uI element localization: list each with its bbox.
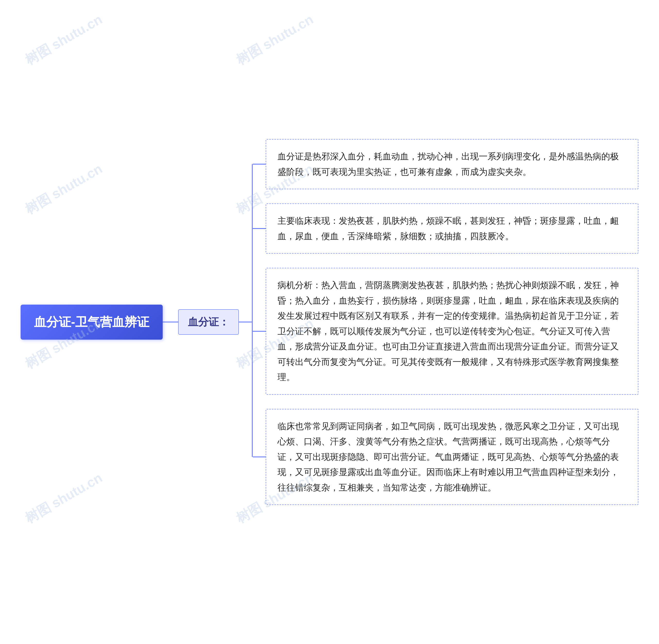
branches-and-boxes: 血分证是热邪深入血分，耗血动血，扰动心神，出现一系列病理变化，是外感温热病的极盛… (253, 139, 638, 505)
main-to-sub-connector (163, 322, 178, 322)
content-box-3: 病机分析：热入营血，营阴蒸腾测发热夜甚，肌肤灼热；热扰心神则烦躁不眠，发狂，神昏… (266, 268, 638, 395)
right-tree: 血分证是热邪深入血分，耗血动血，扰动心神，出现一系列病理变化，是外感温热病的极盛… (252, 139, 638, 505)
branch-row-3: 病机分析：热入营血，营阴蒸腾测发热夜甚，肌肤灼热；热扰心神则烦躁不眠，发狂，神昏… (253, 268, 638, 395)
content-box-2: 主要临床表现：发热夜甚，肌肤灼热，烦躁不眠，甚则发狂，神昏；斑疹显露，吐血，衄血… (266, 203, 638, 254)
main-title-text: 血分证-卫气营血辨证 (34, 315, 149, 329)
sub-title-box: 血分证： (178, 309, 239, 335)
branch-hline-1 (253, 164, 266, 164)
content-text-2: 主要临床表现：发热夜甚，肌肤灼热，烦躁不眠，甚则发狂，神昏；斑疹显露，吐血，衄血… (278, 216, 619, 241)
branch-row-1: 血分证是热邪深入血分，耗血动血，扰动心神，出现一系列病理变化，是外感温热病的极盛… (253, 139, 638, 189)
content-text-1: 血分证是热邪深入血分，耗血动血，扰动心神，出现一系列病理变化，是外感温热病的极盛… (278, 152, 619, 177)
branch-hline-3 (253, 331, 266, 332)
watermark-2: 树图 shutu.cn (233, 10, 316, 69)
content-text-4: 临床也常常见到两证同病者，如卫气同病，既可出现发热，微恶风寒之卫分证，又可出现心… (278, 421, 619, 492)
content-box-4: 临床也常常见到两证同病者，如卫气同病，既可出现发热，微恶风寒之卫分证，又可出现心… (266, 409, 638, 505)
branch-hline-2 (253, 228, 266, 229)
main-title-box: 血分证-卫气营血辨证 (21, 305, 163, 340)
watermark-1: 树图 shutu.cn (22, 10, 105, 69)
mind-map: 血分证-卫气营血辨证 血分证： 血分证是热邪深入血分，耗血动血，扰动 (21, 139, 638, 505)
branch-row-2: 主要临床表现：发热夜甚，肌肤灼热，烦躁不眠，甚则发狂，神昏；斑疹显露，吐血，衄血… (253, 203, 638, 254)
page-wrapper: 树图 shutu.cn 树图 shutu.cn 树图 shutu.cn 树图 s… (0, 0, 659, 644)
sub-title-text: 血分证： (188, 316, 229, 327)
left-group: 血分证-卫气营血辨证 血分证： (21, 305, 252, 340)
branch-row-4: 临床也常常见到两证同病者，如卫气同病，既可出现发热，微恶风寒之卫分证，又可出现心… (253, 409, 638, 505)
sub-to-tree-connector (239, 322, 252, 322)
content-box-1: 血分证是热邪深入血分，耗血动血，扰动心神，出现一系列病理变化，是外感温热病的极盛… (266, 139, 638, 189)
branch-hline-4 (253, 457, 266, 457)
content-text-3: 病机分析：热入营血，营阴蒸腾测发热夜甚，肌肤灼热；热扰心神则烦躁不眠，发狂，神昏… (278, 280, 619, 382)
